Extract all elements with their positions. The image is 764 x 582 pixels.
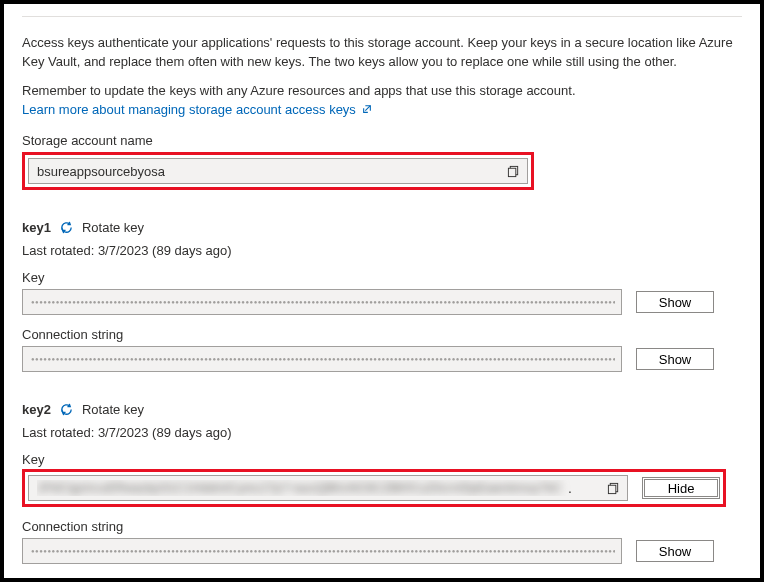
key2-key-highlight: 2PdCIgnIrcuERwazkjc51C1HddmICymc27p7+auc… xyxy=(22,469,726,507)
rotate-key-link[interactable]: Rotate key xyxy=(82,220,144,235)
storage-account-name-field: bsureappsourcebyosa xyxy=(28,158,528,184)
key2-key-value: 2PdCIgnIrcuERwazkjc51C1HddmICymc27p7+auc… xyxy=(37,481,562,495)
top-divider xyxy=(22,16,742,17)
key1-heading: key1 xyxy=(22,220,51,235)
rotate-key-link[interactable]: Rotate key xyxy=(82,402,144,417)
key1-key-masked: ●●●●●●●●●●●●●●●●●●●●●●●●●●●●●●●●●●●●●●●●… xyxy=(31,299,615,305)
storage-account-name-label: Storage account name xyxy=(22,133,742,148)
copy-icon[interactable] xyxy=(605,480,621,496)
key2-heading-row: key2 Rotate key xyxy=(22,402,742,417)
key2-key-truncation-dot: . xyxy=(568,480,572,496)
learn-more-link[interactable]: Learn more about managing storage accoun… xyxy=(22,102,372,117)
intro-paragraph-2: Remember to update the keys with any Azu… xyxy=(22,82,742,120)
external-link-icon xyxy=(362,104,372,116)
key2-conn-field: ●●●●●●●●●●●●●●●●●●●●●●●●●●●●●●●●●●●●●●●●… xyxy=(22,538,622,564)
key2-conn-show-button[interactable]: Show xyxy=(636,540,714,562)
key1-last-rotated: Last rotated: 3/7/2023 (89 days ago) xyxy=(22,243,742,258)
key2-last-rotated: Last rotated: 3/7/2023 (89 days ago) xyxy=(22,425,742,440)
key1-key-show-button[interactable]: Show xyxy=(636,291,714,313)
storage-account-name-highlight: bsureappsourcebyosa xyxy=(22,152,534,190)
key1-key-label: Key xyxy=(22,270,742,285)
rotate-icon[interactable] xyxy=(59,402,74,417)
key2-heading: key2 xyxy=(22,402,51,417)
key2-conn-label: Connection string xyxy=(22,519,742,534)
svg-rect-3 xyxy=(608,485,615,493)
key1-key-field: ●●●●●●●●●●●●●●●●●●●●●●●●●●●●●●●●●●●●●●●●… xyxy=(22,289,622,315)
key1-conn-show-button[interactable]: Show xyxy=(636,348,714,370)
intro-paragraph-1: Access keys authenticate your applicatio… xyxy=(22,34,742,72)
rotate-icon[interactable] xyxy=(59,220,74,235)
key1-conn-masked: ●●●●●●●●●●●●●●●●●●●●●●●●●●●●●●●●●●●●●●●●… xyxy=(31,356,615,362)
key1-conn-label: Connection string xyxy=(22,327,742,342)
intro-text: Access keys authenticate your applicatio… xyxy=(22,34,742,119)
key1-conn-field: ●●●●●●●●●●●●●●●●●●●●●●●●●●●●●●●●●●●●●●●●… xyxy=(22,346,622,372)
key2-key-label: Key xyxy=(22,452,742,467)
storage-account-name-value: bsureappsourcebyosa xyxy=(37,164,505,179)
key2-conn-masked: ●●●●●●●●●●●●●●●●●●●●●●●●●●●●●●●●●●●●●●●●… xyxy=(31,548,615,554)
key1-heading-row: key1 Rotate key xyxy=(22,220,742,235)
key2-key-field: 2PdCIgnIrcuERwazkjc51C1HddmICymc27p7+auc… xyxy=(28,475,628,501)
svg-rect-1 xyxy=(508,168,515,176)
copy-icon[interactable] xyxy=(505,163,521,179)
key2-key-hide-button[interactable]: Hide xyxy=(642,477,720,499)
